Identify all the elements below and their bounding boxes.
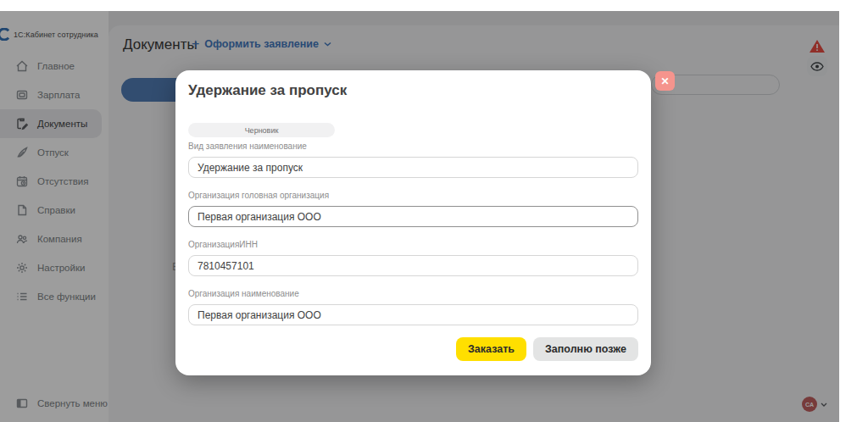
head-organization-input[interactable] [188,206,638,227]
close-modal-button[interactable]: ✕ [655,71,675,91]
fill-later-button[interactable]: Заполню позже [533,337,638,361]
field-label: Организация наименование [188,289,638,298]
application-type-input[interactable] [188,157,638,178]
order-button[interactable]: Заказать [456,337,526,361]
organization-inn-input[interactable] [188,255,638,276]
organization-name-input[interactable] [188,304,638,325]
status-badge: Черновик [188,123,335,137]
field-label: Организация головная организация [188,191,638,200]
field-organization-inn: ОрганизацияИНН [188,240,638,276]
close-icon: ✕ [660,75,669,87]
modal-buttons: Заказать Заполню позже [456,337,638,361]
field-organization-name: Организация наименование [188,289,638,325]
field-head-organization: Организация головная организация [188,191,638,227]
field-application-type: Вид заявления наименование [188,142,638,178]
field-label: ОрганизацияИНН [188,240,638,249]
modal-title: Удержание за пропуск [188,82,347,99]
field-label: Вид заявления наименование [188,142,638,151]
application-modal: Удержание за пропуск Черновик Вид заявле… [175,70,651,375]
